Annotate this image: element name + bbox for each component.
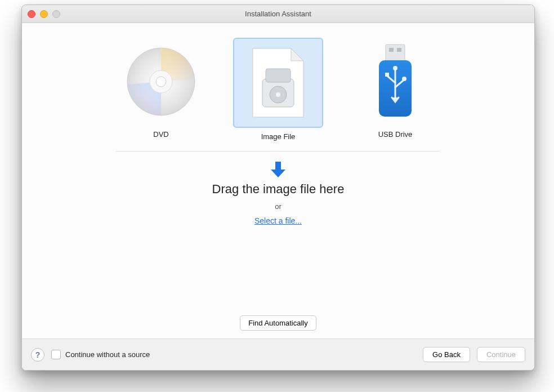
choice-dvd[interactable]: DVD [117, 38, 205, 141]
svg-rect-9 [397, 48, 401, 52]
continue-button: Continue [477, 347, 525, 362]
titlebar: Installation Assistant [22, 5, 534, 23]
dvd-icon [117, 38, 205, 126]
svg-rect-15 [275, 162, 281, 170]
window-zoom-button[interactable] [52, 10, 60, 18]
choice-usb-drive-label: USB Drive [378, 130, 413, 139]
usb-drive-icon [351, 38, 439, 126]
find-automatically-button[interactable]: Find Automatically [240, 315, 316, 331]
divider [116, 151, 440, 152]
svg-rect-4 [266, 69, 291, 82]
svg-point-14 [402, 77, 406, 81]
footer: ? Continue without a source Go Back Cont… [22, 338, 534, 370]
select-file-link[interactable]: Select a file... [254, 216, 302, 225]
window-title: Installation Assistant [245, 10, 311, 18]
installation-assistant-window: Installation Assistant [21, 5, 535, 371]
choice-dvd-label: DVD [153, 130, 168, 139]
arrow-down-icon [269, 159, 288, 179]
svg-point-12 [393, 66, 397, 70]
choice-usb-drive[interactable]: USB Drive [351, 38, 439, 141]
choice-image-file-label: Image File [261, 132, 296, 141]
content-area: DVD [22, 23, 534, 338]
svg-rect-8 [389, 48, 394, 52]
drop-or: or [275, 202, 282, 211]
window-close-button[interactable] [28, 10, 35, 18]
image-file-icon [233, 38, 323, 128]
svg-point-2 [156, 77, 166, 87]
help-button[interactable]: ? [31, 348, 44, 362]
choice-image-file[interactable]: Image File [234, 38, 322, 141]
svg-point-6 [276, 92, 280, 97]
checkbox-box [51, 350, 61, 359]
drop-headline: Drag the image file here [212, 182, 345, 197]
window-minimize-button[interactable] [40, 10, 48, 18]
go-back-button[interactable]: Go Back [423, 347, 470, 362]
continue-without-source-checkbox[interactable]: Continue without a source [51, 350, 150, 359]
continue-without-source-label: Continue without a source [65, 350, 150, 359]
svg-rect-13 [385, 73, 389, 77]
svg-rect-7 [386, 44, 405, 61]
source-type-choices: DVD [117, 38, 439, 141]
